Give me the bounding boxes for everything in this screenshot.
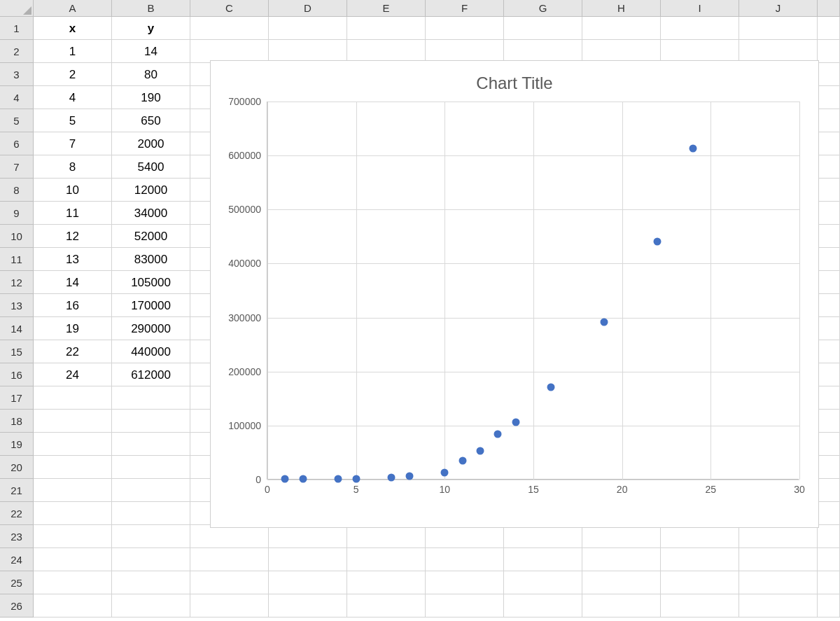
data-point[interactable] [335,475,342,482]
cell-A9[interactable]: 11 [34,202,112,225]
cell-F23[interactable] [426,525,504,548]
row-header-3[interactable]: 3 [0,63,34,86]
data-point[interactable] [547,383,555,391]
cell-A5[interactable]: 5 [34,109,112,132]
cell-J24[interactable] [739,548,818,571]
row-header-23[interactable]: 23 [0,525,34,548]
cell-undefined5[interactable] [818,109,840,132]
row-header-11[interactable]: 11 [0,248,34,271]
cell-undefined11[interactable] [818,248,840,271]
cell-A20[interactable] [34,456,112,479]
data-point[interactable] [494,430,502,438]
row-header-24[interactable]: 24 [0,548,34,571]
cell-A4[interactable]: 4 [34,86,112,109]
column-header-C[interactable]: C [190,0,269,17]
cell-A8[interactable]: 10 [34,179,112,202]
cell-B8[interactable]: 12000 [112,179,190,202]
cell-undefined22[interactable] [818,502,840,525]
cell-G23[interactable] [504,525,582,548]
data-point[interactable] [281,475,289,483]
cell-A26[interactable] [34,594,112,617]
embedded-chart[interactable]: Chart Title 0100000200000300000400000500… [210,60,819,528]
cell-A14[interactable]: 19 [34,317,112,340]
row-header-25[interactable]: 25 [0,571,34,594]
chart-title[interactable]: Chart Title [220,74,808,93]
cell-undefined26[interactable] [818,594,840,617]
cell-H26[interactable] [582,594,661,617]
data-point[interactable] [299,475,307,482]
cell-B9[interactable]: 34000 [112,202,190,225]
cell-H24[interactable] [582,548,661,571]
cell-A10[interactable]: 12 [34,225,112,248]
cell-undefined8[interactable] [818,179,840,202]
cell-A19[interactable] [34,433,112,456]
cell-J26[interactable] [739,594,818,617]
data-point[interactable] [441,468,449,476]
row-header-10[interactable]: 10 [0,225,34,248]
data-point[interactable] [601,319,608,326]
cell-G26[interactable] [504,594,582,617]
cell-F1[interactable] [426,17,504,40]
column-header-B[interactable]: B [112,0,190,17]
cell-undefined10[interactable] [818,225,840,248]
data-point[interactable] [690,144,697,152]
cell-C25[interactable] [190,571,269,594]
cell-D24[interactable] [269,548,347,571]
plot-area[interactable]: 0100000200000300000400000500000600000700… [267,102,799,480]
cell-C1[interactable] [190,17,269,40]
cell-A17[interactable] [34,386,112,410]
cell-B24[interactable] [112,548,190,571]
cell-B2[interactable]: 14 [112,40,190,63]
cell-B25[interactable] [112,571,190,594]
cell-B6[interactable]: 2000 [112,132,190,155]
cell-G25[interactable] [504,571,582,594]
cell-B23[interactable] [112,525,190,548]
cell-C26[interactable] [190,594,269,617]
cell-E26[interactable] [347,594,426,617]
cell-D25[interactable] [269,571,347,594]
cell-B20[interactable] [112,456,190,479]
cell-A2[interactable]: 1 [34,40,112,63]
cell-J1[interactable] [739,17,818,40]
row-header-20[interactable]: 20 [0,456,34,479]
cell-A22[interactable] [34,502,112,525]
row-header-7[interactable]: 7 [0,155,34,179]
row-header-17[interactable]: 17 [0,386,34,410]
cell-undefined1[interactable] [818,17,840,40]
column-header-G[interactable]: G [504,0,582,17]
cell-C24[interactable] [190,548,269,571]
cell-B18[interactable] [112,410,190,433]
cell-undefined18[interactable] [818,410,840,433]
cell-undefined24[interactable] [818,548,840,571]
data-point[interactable] [512,419,519,426]
cell-B10[interactable]: 52000 [112,225,190,248]
cell-G24[interactable] [504,548,582,571]
cell-E23[interactable] [347,525,426,548]
cell-undefined2[interactable] [818,40,840,63]
cell-B5[interactable]: 650 [112,109,190,132]
cell-A21[interactable] [34,479,112,502]
cell-J25[interactable] [739,571,818,594]
cell-C23[interactable] [190,525,269,548]
cell-A23[interactable] [34,525,112,548]
row-header-22[interactable]: 22 [0,502,34,525]
cell-A24[interactable] [34,548,112,571]
cell-G1[interactable] [504,17,582,40]
cell-undefined4[interactable] [818,86,840,109]
column-header-H[interactable]: H [582,0,661,17]
cell-B13[interactable]: 170000 [112,294,190,317]
cell-undefined14[interactable] [818,317,840,340]
cell-undefined3[interactable] [818,63,840,86]
cell-I1[interactable] [661,17,739,40]
cell-F25[interactable] [426,571,504,594]
row-header-15[interactable]: 15 [0,340,34,363]
cell-undefined19[interactable] [818,433,840,456]
row-header-8[interactable]: 8 [0,179,34,202]
row-header-14[interactable]: 14 [0,317,34,340]
column-header-J[interactable]: J [739,0,818,17]
cell-F26[interactable] [426,594,504,617]
cell-A1[interactable]: x [34,17,112,40]
cell-I25[interactable] [661,571,739,594]
cell-A7[interactable]: 8 [34,155,112,179]
row-header-16[interactable]: 16 [0,363,34,386]
